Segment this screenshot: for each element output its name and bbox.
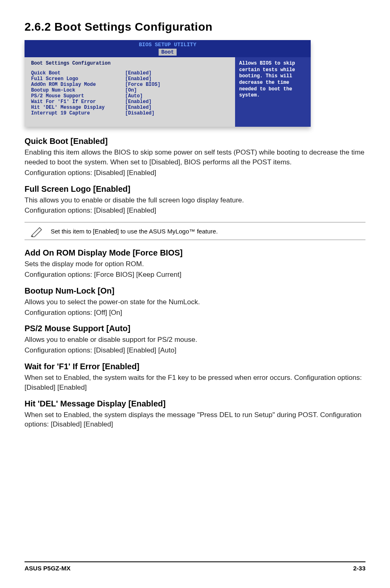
option-title: Add On ROM Display Mode [Force BIOS] [25,248,365,258]
note-text: Set this item to [Enabled] to use the AS… [49,228,365,235]
option-title: PS/2 Mouse Support [Auto] [25,324,365,333]
option-config: Configuration options: [Force BIOS] [Kee… [25,270,365,280]
bios-setting-value: [Enabled] [125,70,152,76]
option-hit-del: Hit 'DEL' Message Display [Enabled] When… [25,399,365,430]
bios-setting-label: PS/2 Mouse Support [31,93,125,99]
bios-header: BIOS SETUP UTILITY Boot [25,40,311,57]
bios-setting-label: Quick Boot [31,70,125,76]
bios-setting-value: [On] [125,88,137,93]
option-title: Hit 'DEL' Message Display [Enabled] [25,399,365,408]
bios-setting-row: PS/2 Mouse Support [Auto] [31,93,229,99]
option-addon-rom: Add On ROM Display Mode [Force BIOS] Set… [25,248,365,280]
bios-setting-row: Quick Boot [Enabled] [31,70,229,76]
bios-setting-row: AddOn ROM Display Mode [Force BIOS] [31,82,229,88]
option-body: Allows you to enable or disable support … [25,335,365,345]
option-body: This allows you to enable or disable the… [25,195,365,205]
option-title: Full Screen Logo [Enabled] [25,184,365,194]
option-body: Allows you to select the power-on state … [25,297,365,307]
option-config: Configuration options: [Disabled] [Enabl… [25,206,365,215]
option-config: Configuration options: [Disabled] [Enabl… [25,346,365,355]
bios-setting-row: Full Screen Logo [Enabled] [31,76,229,82]
option-config: Configuration options: [Disabled] [Enabl… [25,168,365,178]
option-full-screen-logo: Full Screen Logo [Enabled] This allows y… [25,184,365,216]
bios-setting-label: Bootup Num-Lock [31,88,125,93]
option-body: When set to Enabled, the system displays… [25,410,365,430]
bios-screenshot: BIOS SETUP UTILITY Boot Boot Settings Co… [25,40,311,127]
pencil-icon [25,225,49,237]
bios-setting-value: [Enabled] [125,76,152,82]
bios-setting-label: Interrupt 19 Capture [31,110,125,116]
bios-setting-row: Wait For 'F1' If Error [Enabled] [31,99,229,105]
bios-setting-value: [Disabled] [125,110,155,116]
bios-setting-value: [Force BIOS] [125,82,160,88]
option-title: Quick Boot [Enabled] [25,137,365,146]
note-callout: Set this item to [Enabled] to use the AS… [25,222,365,240]
option-body: When set to Enabled, the system waits fo… [25,373,365,393]
bios-setting-label: Wait For 'F1' If Error [31,99,125,105]
option-quick-boot: Quick Boot [Enabled] Enabling this item … [25,137,365,177]
bios-setting-label: Full Screen Logo [31,76,125,82]
option-ps2-mouse: PS/2 Mouse Support [Auto] Allows you to … [25,324,365,355]
footer-right: 2-33 [353,565,365,572]
option-title: Bootup Num-Lock [On] [25,286,365,296]
bios-setting-row: Hit 'DEL' Message Display [Enabled] [31,105,229,110]
bios-setting-label: AddOn ROM Display Mode [31,82,125,88]
bios-setting-value: [Enabled] [125,105,152,110]
bios-setting-row: Bootup Num-Lock [On] [31,88,229,93]
bios-setting-row: Interrupt 19 Capture [Disabled] [31,110,229,116]
bios-setting-value: [Auto] [125,93,143,99]
bios-title: BIOS SETUP UTILITY [28,42,307,48]
option-title: Wait for 'F1' If Error [Enabled] [25,362,365,371]
option-body: Enabling this item allows the BIOS to sk… [25,148,365,167]
option-body: Sets the display mode for option ROM. [25,259,365,269]
bios-settings-panel: Boot Settings Configuration Quick Boot [… [25,57,235,127]
bios-tab-boot: Boot [159,49,176,56]
bios-help-panel: Allows BIOS to skip certain tests while … [235,57,311,127]
section-heading: 2.6.2 Boot Settings Configuration [25,20,365,34]
page-footer: ASUS P5GZ-MX 2-33 [25,561,365,572]
bios-setting-label: Hit 'DEL' Message Display [31,105,125,110]
footer-left: ASUS P5GZ-MX [25,565,71,572]
option-wait-f1: Wait for 'F1' If Error [Enabled] When se… [25,362,365,393]
bios-panel-heading: Boot Settings Configuration [31,61,229,66]
bios-setting-value: [Enabled] [125,99,152,105]
option-bootup-numlock: Bootup Num-Lock [On] Allows you to selec… [25,286,365,318]
option-config: Configuration options: [Off] [On] [25,308,365,318]
